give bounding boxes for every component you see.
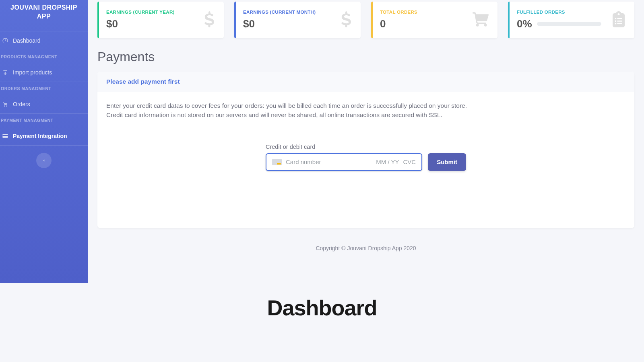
card-placeholder: Card number: [286, 158, 372, 165]
download-icon: [2, 69, 9, 76]
main-content: EARNINGS (CURRENT YEAR) $0 EARNINGS (CUR…: [88, 0, 644, 283]
card-label: EARNINGS (CURRENT YEAR): [106, 10, 175, 14]
card-label: Credit or debit card: [266, 144, 422, 150]
card-earnings-year: EARNINGS (CURRENT YEAR) $0: [97, 2, 224, 38]
sidebar-item-import-products[interactable]: Import products: [0, 63, 88, 82]
dollar-icon: [341, 11, 352, 29]
progress-bar: [537, 22, 601, 26]
sidebar-item-orders[interactable]: Orders: [0, 95, 88, 114]
sidebar-item-label: Orders: [13, 101, 30, 107]
footer-text: Copyright © Jouvani Dropship App 2020: [97, 240, 634, 259]
sidebar-item-payment-integration[interactable]: Payment Integration: [0, 127, 88, 146]
card-label: FULFILLED ORDERS: [517, 10, 601, 14]
card-label: TOTAL ORDERS: [380, 10, 417, 14]
submit-button[interactable]: Submit: [428, 153, 466, 171]
panel-description-2: Credit card information is not stored on…: [106, 110, 625, 119]
sidebar-collapse-button[interactable]: [36, 153, 52, 168]
credit-card-icon: [272, 159, 282, 165]
clipboard-list-icon: [612, 11, 625, 29]
card-expiry-placeholder: MM / YY: [376, 158, 399, 165]
sidebar-section-orders: ORDERS MANAGMENT: [0, 82, 88, 95]
credit-card-icon: [2, 132, 9, 140]
card-cvc-placeholder: CVC: [403, 158, 416, 165]
page-title: Payments: [97, 49, 634, 64]
sidebar-section-payment: PAYMENT MANAGMENT: [0, 114, 88, 127]
svg-rect-1: [2, 135, 8, 136]
dollar-icon: [204, 11, 215, 29]
sidebar: JOUVANI DROPSHIP APP Dashboard PRODUCTS …: [0, 0, 88, 283]
big-dashboard-label: Dashboard: [0, 295, 644, 320]
card-value: 0%: [517, 18, 532, 30]
card-value: $0: [106, 18, 175, 30]
cart-plus-icon: [473, 12, 489, 29]
sidebar-item-dashboard[interactable]: Dashboard: [0, 31, 88, 50]
cart-icon: [2, 101, 9, 108]
sidebar-item-label: Dashboard: [13, 37, 41, 44]
chevron-left-icon: [42, 158, 46, 162]
card-earnings-month: EARNINGS (CURRENT MONTH) $0: [234, 2, 361, 38]
card-label: EARNINGS (CURRENT MONTH): [243, 10, 316, 14]
sidebar-item-label: Payment Integration: [13, 133, 67, 139]
card-total-orders: TOTAL ORDERS 0: [371, 2, 497, 38]
dashboard-icon: [2, 37, 9, 44]
card-value: $0: [243, 18, 316, 30]
card-value: 0: [380, 18, 417, 30]
payments-panel: Please add payment first Enter your cred…: [97, 72, 634, 228]
sidebar-item-label: Import products: [13, 69, 52, 76]
app-title: JOUVANI DROPSHIP APP: [0, 0, 88, 29]
card-fulfilled-orders: FULFILLED ORDERS 0%: [508, 2, 634, 38]
panel-description-1: Enter your credit card datas to cover fe…: [106, 101, 625, 110]
panel-header: Please add payment first: [97, 72, 634, 92]
card-input[interactable]: Card number MM / YY CVC: [266, 153, 422, 171]
sidebar-section-products: PRODUCTS MANAGMENT: [0, 50, 88, 63]
